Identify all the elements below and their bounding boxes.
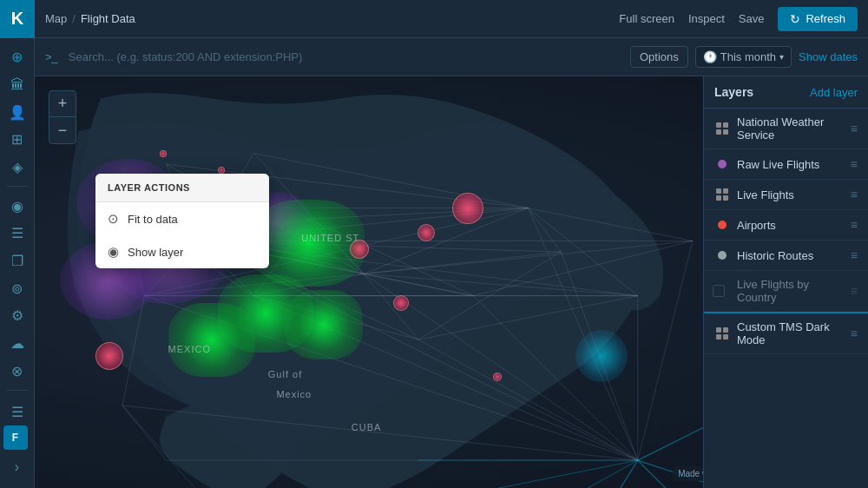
layer-item-live-flights-country[interactable]: Live Flights by Country ≡ [704, 271, 868, 312]
layer-item-raw-live-flights[interactable]: Raw Live Flights ≡ [704, 149, 868, 180]
sidebar-icon-home[interactable]: ⊕ [3, 45, 31, 69]
refresh-button[interactable]: ↻ Refresh [778, 7, 858, 31]
sidebar-icon-circle[interactable]: ◉ [3, 194, 31, 218]
show-layer-label: Show layer [128, 246, 183, 259]
layer-icon-historic-routes [714, 247, 730, 263]
drag-handle-airports: ≡ [851, 218, 858, 232]
drag-handle-historic-routes: ≡ [851, 248, 858, 262]
fit-data-label: Fit to data [128, 213, 178, 226]
breadcrumb-current: Flight Data [81, 12, 135, 25]
sidebar-bottom: ☰ F › [3, 398, 31, 481]
layer-icon-live-flights [714, 187, 730, 202]
layer-item-airports[interactable]: Airports ≡ [704, 210, 868, 241]
time-label: This month [720, 50, 776, 63]
layer-label-national-weather: National Weather Service [737, 115, 847, 142]
add-layer-button[interactable]: Add layer [810, 86, 858, 99]
layers-header: Layers Add layer [704, 76, 868, 109]
drag-handle-custom-tms: ≡ [851, 326, 858, 340]
hub-glow [575, 330, 628, 382]
zoom-in-button[interactable]: + [49, 91, 76, 117]
sidebar-icon-settings[interactable]: ⚙ [3, 304, 31, 328]
sidebar-icon-tools[interactable]: ⊗ [3, 359, 31, 383]
sidebar-icon-list[interactable]: ☰ [3, 398, 31, 425]
layer-actions-header: LAYER ACTIONS [95, 174, 269, 202]
layer-label-live-flights-country: Live Flights by Country [737, 278, 847, 304]
logo[interactable]: K [0, 0, 35, 38]
options-button[interactable]: Options [630, 46, 688, 68]
breadcrumb-map[interactable]: Map [45, 12, 67, 25]
sidebar-icon-arrow-right[interactable]: › [3, 453, 31, 481]
sidebar-icon-buildings[interactable]: 🏛 [3, 73, 31, 97]
layer-label-historic-routes: Historic Routes [737, 249, 847, 262]
layer-icon-airports [714, 217, 730, 233]
search-input-area[interactable]: Search... (e.g. status:200 AND extension… [69, 50, 623, 63]
sidebar-icon-cloud[interactable]: ☁ [3, 332, 31, 356]
layer-label-raw-live-flights: Raw Live Flights [737, 158, 847, 171]
layer-item-custom-tms[interactable]: Custom TMS Dark Mode ≡ [704, 313, 868, 354]
layer-item-national-weather[interactable]: National Weather Service ≡ [704, 109, 868, 149]
user-avatar[interactable]: F [3, 425, 28, 450]
sidebar-icon-layers[interactable]: ❐ [3, 249, 31, 274]
sidebar-icon-user[interactable]: 👤 [3, 100, 31, 124]
sidebar-divider-2 [7, 390, 28, 391]
search-placeholder: Search... (e.g. status:200 AND extension… [69, 50, 303, 63]
sidebar-divider [7, 186, 28, 187]
layer-icon-national-weather [714, 121, 730, 136]
layer-actions-popup: LAYER ACTIONS ⊙ Fit to data ◉ Show layer [95, 174, 269, 268]
drag-handle-live-flights: ≡ [851, 188, 858, 201]
inspect-link[interactable]: Inspect [688, 12, 725, 25]
layer-label-airports: Airports [737, 219, 847, 232]
zoom-out-button[interactable]: − [49, 117, 76, 143]
show-layer-icon: ◉ [108, 244, 119, 260]
left-sidebar: ⊕ 🏛 👤 ⊞ ◈ ◉ ☰ ❐ ⊚ ⚙ ☁ ⊗ ☰ F › [0, 38, 35, 488]
sidebar-icon-menu[interactable]: ☰ [3, 221, 31, 246]
fullscreen-link[interactable]: Full screen [619, 12, 674, 25]
fit-to-data-action[interactable]: ⊙ Fit to data [95, 202, 269, 235]
show-dates-button[interactable]: Show dates [799, 50, 858, 63]
layers-title: Layers [714, 85, 753, 99]
fit-data-icon: ⊙ [108, 211, 119, 227]
refresh-icon: ↻ [790, 12, 800, 26]
layer-label-custom-tms: Custom TMS Dark Mode [737, 320, 847, 346]
search-prompt: >_ [45, 50, 58, 63]
breadcrumb-separator: / [72, 12, 76, 25]
layer-checkbox [713, 285, 725, 297]
search-bar: >_ Search... (e.g. status:200 AND extens… [35, 38, 868, 76]
drag-handle-national-weather: ≡ [851, 122, 858, 135]
layer-item-historic-routes[interactable]: Historic Routes ≡ [704, 241, 868, 271]
layer-item-live-flights[interactable]: Live Flights ≡ [704, 180, 868, 210]
refresh-label: Refresh [806, 12, 845, 25]
clock-icon: 🕐 [703, 50, 717, 63]
layers-panel: Layers Add layer National Weather Servic… [703, 76, 868, 488]
breadcrumb: Map / Flight Data [35, 12, 146, 25]
sidebar-icon-diamond[interactable]: ◈ [3, 155, 31, 180]
map-controls: + − [49, 90, 76, 144]
layer-icon-custom-tms [714, 326, 730, 341]
sidebar-icon-grid[interactable]: ⊞ [3, 128, 31, 152]
show-layer-action[interactable]: ◉ Show layer [95, 235, 269, 268]
layer-icon-live-flights-country [714, 283, 730, 299]
layer-label-live-flights: Live Flights [737, 188, 847, 201]
time-selector[interactable]: 🕐 This month ▾ [695, 46, 792, 68]
drag-handle-raw-live-flights: ≡ [851, 157, 858, 171]
drag-handle-live-flights-country: ≡ [851, 284, 858, 298]
save-link[interactable]: Save [739, 12, 765, 25]
top-bar-actions: Full screen Inspect Save ↻ Refresh [619, 7, 868, 31]
chevron-down-icon: ▾ [779, 52, 784, 62]
logo-letter: K [11, 9, 23, 29]
layer-icon-raw-live-flights [714, 156, 730, 172]
top-bar: K Map / Flight Data Full screen Inspect … [0, 0, 868, 38]
sidebar-icon-target[interactable]: ⊚ [3, 276, 31, 300]
